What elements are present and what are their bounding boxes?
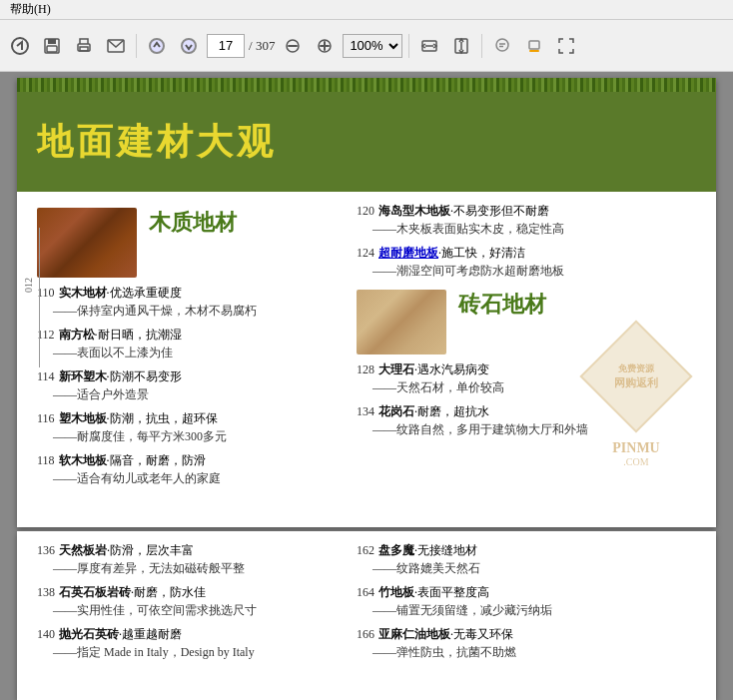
highlight-btn[interactable]: [520, 32, 548, 60]
toolbar-sep1: [136, 34, 137, 58]
list-item: 118软木地板·隔音，耐磨，防滑 ——适合有幼儿或老年人的家庭: [37, 451, 347, 487]
fit-width-btn[interactable]: [415, 32, 443, 60]
fullscreen-btn[interactable]: [552, 32, 580, 60]
toolbar-prev-btn[interactable]: [143, 32, 171, 60]
zoom-in-btn[interactable]: [311, 32, 339, 60]
list-item: 120海岛型木地板·不易变形但不耐磨 ——木夹板表面贴实木皮，稳定性高: [357, 202, 686, 238]
page-number-vertical: 012: [23, 278, 34, 293]
toolbar-sep2: [408, 34, 409, 58]
wood-section-header: 木质地材: [37, 208, 347, 284]
toolbar-sep3: [481, 34, 482, 58]
toolbar-save-btn[interactable]: [38, 32, 66, 60]
list-item: 164竹地板·表面平整度高 ——铺置无须留缝，减少藏污纳垢: [357, 583, 686, 619]
svg-rect-5: [80, 47, 88, 51]
toolbar-email-btn[interactable]: [102, 32, 130, 60]
page-header: 地面建材大观: [17, 92, 716, 192]
comment-btn[interactable]: [488, 32, 516, 60]
tile-image: [357, 290, 446, 354]
grass-strip: [17, 78, 716, 92]
watermark: 免费资源 网购返利 PINMU .COM: [576, 317, 696, 467]
left-column: 木质地材 110实木地材·优选承重硬度 ——保持室内通风干燥，木材不易腐朽 11…: [37, 202, 347, 493]
bottom-page-body: 136天然板岩·防滑，层次丰富 ——厚度有差异，无法如磁砖般平整 138石英石板…: [17, 531, 716, 677]
svg-point-0: [12, 38, 28, 54]
svg-rect-21: [529, 41, 539, 49]
svg-point-18: [496, 39, 508, 51]
toolbar-back-btn[interactable]: [6, 32, 34, 60]
svg-rect-3: [47, 46, 57, 52]
svg-point-7: [150, 39, 164, 53]
content-area: 地面建材大观 012 木质地材 110实木地材·优选承重硬度 ——保持室内通风干…: [0, 72, 733, 700]
svg-rect-12: [324, 41, 326, 51]
list-item: 140抛光石英砖·越重越耐磨 ——指定 Made in Italy，Design…: [37, 625, 347, 661]
menubar: 帮助(H): [0, 0, 733, 20]
svg-rect-22: [529, 50, 539, 52]
page-header-title: 地面建材大观: [37, 118, 277, 167]
menu-help[interactable]: 帮助(H): [4, 1, 57, 18]
list-item: 138石英石板岩砖·耐磨，防水佳 ——实用性佳，可依空间需求挑选尺寸: [37, 583, 347, 619]
watermark-domain: .COM: [576, 456, 696, 467]
dash-line: [39, 228, 40, 367]
list-item: 110实木地材·优选承重硬度 ——保持室内通风干燥，木材不易腐朽: [37, 284, 347, 320]
list-item: 112南方松·耐日晒，抗潮湿 ——表面以不上漆为佳: [37, 326, 347, 361]
wood-image: [37, 208, 137, 278]
list-item: 162盘多魔·无接缝地材 ——纹路媲美天然石: [357, 541, 686, 577]
toolbar: / 307 50% 75% 100% 125% 150% 200%: [0, 20, 733, 72]
page-total: / 307: [249, 38, 275, 54]
page-bottom: 136天然板岩·防滑，层次丰富 ——厚度有差异，无法如磁砖般平整 138石英石板…: [17, 531, 716, 700]
bottom-right-col: 162盘多魔·无接缝地材 ——纹路媲美天然石 164竹地板·表面平整度高 ——铺…: [357, 541, 686, 667]
fit-page-btn[interactable]: [447, 32, 475, 60]
list-item: 124超耐磨地板·施工快，好清洁 ——潮湿空间可考虑防水超耐磨地板: [357, 244, 686, 280]
list-item: 114新环塑木·防潮不易变形 ——适合户外造景: [37, 367, 347, 403]
svg-point-8: [182, 39, 196, 53]
watermark-brand: PINMU: [576, 440, 696, 456]
toolbar-print-btn[interactable]: [70, 32, 98, 60]
svg-rect-2: [48, 39, 56, 44]
page-top: 地面建材大观 012 木质地材 110实木地材·优选承重硬度 ——保持室内通风干…: [17, 78, 716, 527]
zoom-select[interactable]: 50% 75% 100% 125% 150% 200%: [343, 34, 402, 58]
list-item: 116塑木地板·防潮，抗虫，超环保 ——耐腐度佳，每平方米300多元: [37, 409, 347, 445]
svg-rect-9: [288, 45, 298, 47]
bottom-left-col: 136天然板岩·防滑，层次丰富 ——厚度有差异，无法如磁砖般平整 138石英石板…: [37, 541, 347, 667]
page-input[interactable]: [207, 34, 245, 58]
list-item: 166亚麻仁油地板·无毒又环保 ——弹性防虫，抗菌不助燃: [357, 625, 686, 661]
toolbar-next-btn[interactable]: [175, 32, 203, 60]
list-item: 136天然板岩·防滑，层次丰富 ——厚度有差异，无法如磁砖般平整: [37, 541, 347, 577]
zoom-out-btn[interactable]: [279, 32, 307, 60]
watermark-text: 免费资源 网购返利: [576, 317, 696, 436]
